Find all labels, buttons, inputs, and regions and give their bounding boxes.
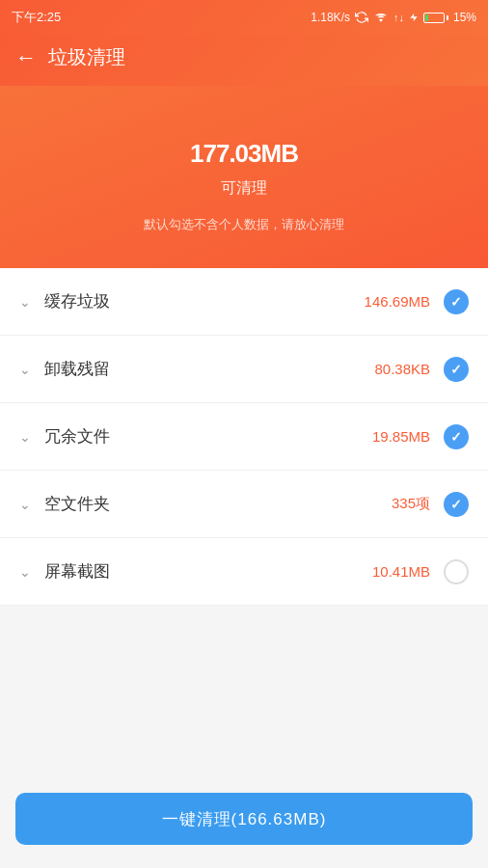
item-size: 146.69MB <box>365 293 430 310</box>
status-right: 1.18K/s ↑↓ 15% <box>311 11 476 24</box>
bottom-bar: 一键清理(166.63MB) <box>0 781 488 868</box>
chevron-down-icon: ⌄ <box>19 363 31 376</box>
charge-icon <box>409 11 419 24</box>
sync-icon <box>355 11 368 24</box>
item-name: 缓存垃圾 <box>44 290 365 312</box>
header: ← 垃圾清理 <box>0 35 488 86</box>
list-item[interactable]: ⌄ 冗余文件 19.85MB <box>0 403 488 471</box>
chevron-down-icon: ⌄ <box>19 498 31 511</box>
network-speed: 1.18K/s <box>311 11 350 24</box>
item-checkbox[interactable] <box>444 424 469 449</box>
back-button[interactable]: ← <box>15 47 37 68</box>
battery-percent: 15% <box>453 11 476 24</box>
list-item[interactable]: ⌄ 空文件夹 335项 <box>0 471 488 538</box>
item-size: 80.38KB <box>374 361 430 377</box>
status-time: 下午2:25 <box>12 9 61 26</box>
hero-section: 177.03MB 可清理 默认勾选不含个人数据，请放心清理 <box>0 86 488 268</box>
chevron-down-icon: ⌄ <box>19 565 31 579</box>
signal-bars: ↑↓ <box>393 12 404 23</box>
item-name: 空文件夹 <box>44 493 392 515</box>
junk-list: ⌄ 缓存垃圾 146.69MB ⌄ 卸载残留 80.38KB ⌄ 冗余文件 19… <box>0 268 488 606</box>
page-title: 垃圾清理 <box>48 44 125 70</box>
hero-label: 可清理 <box>15 178 473 199</box>
svg-marker-0 <box>410 14 418 21</box>
battery-icon <box>423 13 448 23</box>
chevron-down-icon: ⌄ <box>19 295 31 309</box>
list-item[interactable]: ⌄ 屏幕截图 10.41MB <box>0 538 488 606</box>
item-size: 10.41MB <box>372 563 430 580</box>
item-size: 335项 <box>392 495 430 513</box>
clean-button[interactable]: 一键清理(166.63MB) <box>15 793 473 845</box>
item-checkbox[interactable] <box>444 559 469 584</box>
item-checkbox[interactable] <box>444 357 469 382</box>
status-bar: 下午2:25 1.18K/s ↑↓ 15% <box>0 0 488 35</box>
item-name: 屏幕截图 <box>44 560 372 583</box>
hero-size: 177.03MB <box>15 115 473 171</box>
hero-unit: MB <box>261 139 298 168</box>
item-name: 卸载残留 <box>44 358 374 380</box>
list-item[interactable]: ⌄ 卸载残留 80.38KB <box>0 336 488 403</box>
item-size: 19.85MB <box>372 428 430 445</box>
item-checkbox[interactable] <box>444 289 469 314</box>
wifi-icon <box>373 11 389 24</box>
list-item[interactable]: ⌄ 缓存垃圾 146.69MB <box>0 268 488 336</box>
item-name: 冗余文件 <box>44 425 372 448</box>
item-checkbox[interactable] <box>444 492 469 517</box>
hero-note: 默认勾选不含个人数据，请放心清理 <box>15 216 473 233</box>
chevron-down-icon: ⌄ <box>19 430 31 444</box>
